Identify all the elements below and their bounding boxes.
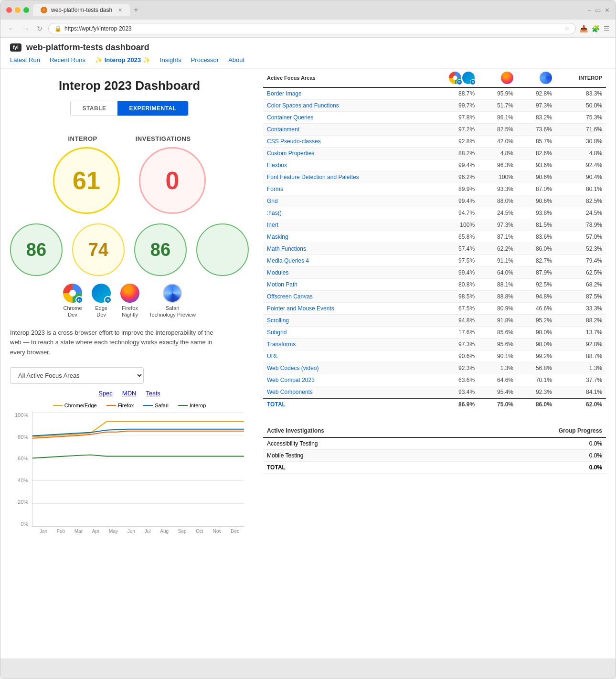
focus-area-name[interactable]: Web Codecs (video) [263, 362, 425, 374]
focus-area-name[interactable]: Custom Properties [263, 148, 425, 159]
refresh-button[interactable]: ↻ [35, 23, 44, 34]
focus-area-name[interactable]: Flexbox [263, 159, 425, 171]
focus-area-name[interactable]: Grid [263, 195, 425, 207]
focus-area-safari: 92.8% [517, 87, 556, 100]
focus-area-firefox: 62.2% [478, 243, 517, 255]
spec-link[interactable]: Spec [98, 390, 113, 397]
nav-interop-2023[interactable]: ✨ Interop 2023 ✨ [95, 56, 150, 64]
tab-experimental[interactable]: EXPERIMENTAL [117, 101, 188, 116]
focus-area-chrome: 92.8% [425, 136, 478, 148]
edge-dev-entry: D EdgeDev [92, 284, 111, 318]
focus-area-firefox: 80.9% [478, 303, 517, 315]
col-safari [517, 69, 556, 87]
address-bar[interactable]: 🔒 https://wpt.fyi/interop-2023 ☆ [48, 23, 576, 34]
focus-area-name[interactable]: Web Components [263, 386, 425, 399]
site-title-bar: fyi web-platform-tests dashboard [10, 42, 606, 53]
focus-area-name[interactable]: Motion Path [263, 279, 425, 291]
extensions-icon[interactable]: 🧩 [592, 25, 600, 32]
col-firefox [478, 69, 517, 87]
pocket-icon[interactable]: 📥 [580, 25, 588, 32]
focus-area-interop: 24.5% [556, 207, 606, 219]
focus-area-name[interactable]: Math Functions [263, 243, 425, 255]
menu-icon[interactable]: ☰ [604, 25, 610, 32]
tab-stable[interactable]: STABLE [71, 101, 117, 116]
chrome-header-icon: D D [428, 72, 475, 84]
focus-area-name[interactable]: Font Feature Detection and Palettes [263, 171, 425, 183]
focus-area-name[interactable]: Color Spaces and Functions [263, 100, 425, 112]
focus-area-firefox: 100% [478, 171, 517, 183]
nav-processor[interactable]: Processor [191, 56, 219, 64]
focus-area-name[interactable]: Scrolling [263, 315, 425, 327]
focus-area-row: :has() 94.7% 24.5% 93.8% 24.5% [263, 207, 606, 219]
firefox-nightly-score-circle: 86 [134, 223, 187, 276]
x-feb: Feb [57, 529, 65, 534]
dashboard-title: Interop 2023 Dashboard [10, 69, 249, 101]
bookmark-icon[interactable]: ☆ [564, 25, 570, 32]
focus-area-interop: 62.5% [556, 267, 606, 279]
nav-about[interactable]: About [228, 56, 244, 64]
minimize-icon[interactable]: − [587, 7, 591, 14]
focus-area-name[interactable]: Subgrid [263, 327, 425, 339]
focus-area-interop: 52.3% [556, 243, 606, 255]
x-axis-labels: Jan Feb Mar Apr May Jun Jul Aug Sep Oct … [15, 529, 244, 534]
focus-area-name[interactable]: Modules [263, 267, 425, 279]
maximize-button[interactable] [23, 7, 29, 13]
nav-recent-runs[interactable]: Recent Runs [50, 56, 85, 64]
chrome-d-badge: D [457, 79, 462, 85]
tests-link[interactable]: Tests [146, 390, 160, 397]
chrome-dev-icon: D [63, 284, 82, 303]
restore-icon[interactable]: ▭ [595, 7, 601, 14]
focus-area-name[interactable]: Container Queries [263, 112, 425, 124]
investigations-table: Active Investigations Group Progress Acc… [263, 424, 606, 474]
new-tab-button[interactable]: + [134, 6, 138, 14]
focus-areas-dropdown[interactable]: All Active Focus Areas Border Image Colo… [10, 367, 144, 384]
focus-area-name[interactable]: Offscreen Canvas [263, 291, 425, 303]
browser-tab[interactable]: f web-platform-tests dash ✕ [33, 4, 130, 16]
focus-area-name[interactable]: Masking [263, 231, 425, 243]
focus-area-name[interactable]: Web Compat 2023 [263, 374, 425, 386]
mdn-link[interactable]: MDN [122, 390, 137, 397]
firefox-header-icon [482, 72, 513, 84]
focus-area-name[interactable]: Border Image [263, 87, 425, 100]
focus-area-chrome: 65.8% [425, 231, 478, 243]
focus-area-row: Inert 100% 97.3% 81.5% 78.9% [263, 219, 606, 231]
total-safari: 86.0% [517, 398, 556, 410]
title-bar: f web-platform-tests dash ✕ + − ▭ ✕ [0, 0, 616, 20]
back-button[interactable]: ← [6, 23, 17, 34]
focus-area-interop: 92.4% [556, 159, 606, 171]
focus-area-name[interactable]: :has() [263, 207, 425, 219]
focus-area-firefox: 95.9% [478, 87, 517, 100]
right-panel: Active Focus Areas D D [263, 69, 606, 534]
focus-area-firefox: 4.8% [478, 148, 517, 159]
close-icon[interactable]: ✕ [605, 7, 610, 14]
focus-area-name[interactable]: Transforms [263, 339, 425, 350]
focus-area-row: Subgrid 17.6% 85.6% 98.0% 13.7% [263, 327, 606, 339]
close-button[interactable] [6, 7, 12, 13]
nav-latest-run[interactable]: Latest Run [10, 56, 40, 64]
x-aug: Aug [160, 529, 169, 534]
y-80: 80% [15, 434, 28, 440]
y-axis-labels: 100% 80% 60% 40% 20% 0% [15, 412, 32, 527]
forward-button[interactable]: → [21, 23, 31, 34]
focus-area-interop: 83.3% [556, 87, 606, 100]
tab-close-button[interactable]: ✕ [118, 7, 122, 13]
focus-area-firefox: 64.6% [478, 374, 517, 386]
site-header: fyi web-platform-tests dashboard Latest … [0, 38, 616, 69]
tab-favicon: f [41, 7, 47, 13]
focus-area-name[interactable]: CSS Pseudo-classes [263, 136, 425, 148]
focus-area-name[interactable]: Containment [263, 124, 425, 136]
minimize-button[interactable] [15, 7, 21, 13]
nav-insights[interactable]: Insights [160, 56, 181, 64]
big-score-circles: 61 0 [10, 147, 249, 214]
edge-d-badge: D [470, 79, 476, 85]
focus-area-name[interactable]: Media Queries 4 [263, 255, 425, 267]
focus-area-row: Transforms 97.3% 95.6% 98.0% 92.8% [263, 339, 606, 350]
focus-area-firefox: 88.8% [478, 291, 517, 303]
chrome-edge-legend-label: Chrome/Edge [64, 403, 97, 408]
y-60: 60% [15, 456, 28, 461]
focus-area-name[interactable]: Forms [263, 183, 425, 195]
col-focus-area: Active Focus Areas [263, 69, 425, 87]
focus-area-name[interactable]: Inert [263, 219, 425, 231]
focus-area-name[interactable]: URL [263, 350, 425, 362]
focus-area-name[interactable]: Pointer and Mouse Events [263, 303, 425, 315]
